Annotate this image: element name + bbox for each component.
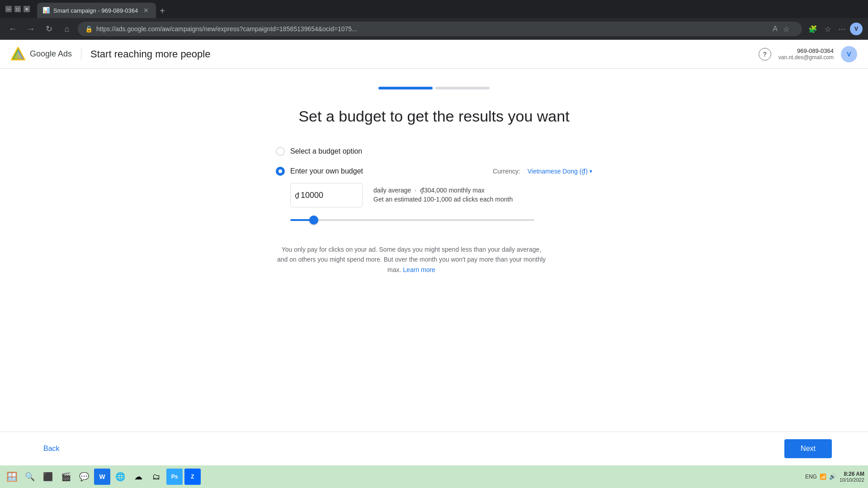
budget-options: Select a budget option Enter your own bu… <box>276 147 592 275</box>
taskbar-chat-icon[interactable]: 💬 <box>76 469 92 485</box>
currency-dropdown-icon[interactable]: ▾ <box>590 168 592 174</box>
budget-info: daily average · ₫304,000 monthly max Get… <box>373 183 513 205</box>
new-tab-button[interactable]: + <box>156 4 169 18</box>
browser-toolbar-icons: 🧩 ☆ ⋯ V <box>806 23 863 35</box>
radio-label-1: Select a budget option <box>290 147 362 155</box>
back-nav-button[interactable]: ← <box>5 22 20 36</box>
taskbar-date: 10/10/2022 <box>840 477 864 483</box>
reader-mode-button[interactable]: A <box>771 23 779 35</box>
taskbar-video-icon[interactable]: 🎬 <box>58 469 74 485</box>
taskbar-skype-icon[interactable]: ☁ <box>130 469 146 485</box>
progress-segment-2 <box>435 87 490 89</box>
help-button[interactable]: ? <box>759 48 771 61</box>
budget-input-wrapper: ₫ <box>290 183 363 207</box>
google-ads-logo-icon <box>11 47 25 61</box>
enter-budget-row: Enter your own budget Currency: Vietname… <box>276 167 592 176</box>
extensions-button[interactable]: 🧩 <box>806 23 820 35</box>
header-title: Start reaching more people <box>90 48 210 60</box>
start-button[interactable]: 🪟 <box>4 469 20 485</box>
taskbar-file-explorer[interactable]: ⬛ <box>40 469 56 485</box>
header-right: ? 969-089-0364 van.nt.des@gmail.com V <box>759 46 857 62</box>
daily-average-label: daily average <box>373 187 411 194</box>
taskbar-folder-icon[interactable]: 🗂 <box>148 469 165 485</box>
tab-favicon: 📊 <box>42 7 50 14</box>
forward-nav-button[interactable]: → <box>24 22 38 36</box>
page-heading: Set a budget to get the results you want <box>298 108 569 125</box>
budget-input[interactable] <box>290 183 363 207</box>
taskbar-system-icons: ENG 📶 🔊 <box>805 474 836 480</box>
tab-title: Smart campaign - 969-089-0364 <box>53 7 138 14</box>
tab-close-button[interactable]: ✕ <box>142 6 151 15</box>
learn-more-link[interactable]: Learn more <box>403 266 435 273</box>
app-header: Google Ads Start reaching more people ? … <box>0 40 868 69</box>
maximize-button[interactable]: □ <box>14 6 21 12</box>
radio-option-2[interactable]: Enter your own budget <box>276 167 363 176</box>
back-button[interactable]: Back <box>36 441 67 456</box>
progress-bar <box>378 87 490 89</box>
clicks-estimate-line: Get an estimated 100-1,000 ad clicks eac… <box>373 196 513 203</box>
info-text: You only pay for clicks on your ad. Some… <box>276 244 547 275</box>
favorites-button[interactable]: ☆ <box>822 23 834 35</box>
browser-profile-avatar[interactable]: V <box>850 23 863 35</box>
taskbar-lang: ENG <box>805 474 817 480</box>
taskbar-clock: 8:26 AM 10/10/2022 <box>840 471 864 483</box>
window-controls[interactable]: ─ □ ✕ <box>5 6 30 12</box>
settings-button[interactable]: ⋯ <box>835 23 848 35</box>
slider-container <box>290 215 534 223</box>
taskbar-volume-icon: 🔊 <box>829 474 836 480</box>
bookmark-button[interactable]: ☆ <box>781 23 791 35</box>
radio-enter-budget[interactable] <box>276 167 285 176</box>
taskbar-word-icon[interactable]: W <box>94 469 110 485</box>
footer: Back Next <box>0 432 868 465</box>
budget-slider[interactable] <box>290 219 534 221</box>
next-button[interactable]: Next <box>784 439 832 458</box>
active-tab[interactable]: 📊 Smart campaign - 969-089-0364 ✕ <box>37 3 156 18</box>
taskbar-wifi-icon: 📶 <box>820 474 826 480</box>
account-id: 969-089-0364 <box>778 47 834 54</box>
dot-separator: · <box>415 187 416 194</box>
taskbar-right: ENG 📶 🔊 8:26 AM 10/10/2022 <box>805 471 864 483</box>
tab-bar: 📊 Smart campaign - 969-089-0364 ✕ + <box>37 0 169 18</box>
account-info: 969-089-0364 van.nt.des@gmail.com <box>778 47 834 61</box>
taskbar-edge-icon[interactable]: 🌐 <box>112 469 128 485</box>
logo-text: Google Ads <box>30 49 72 59</box>
progress-segment-1 <box>378 87 433 89</box>
address-bar[interactable]: 🔒 https://ads.google.com/aw/campaigns/ne… <box>78 22 802 36</box>
radio-label-2: Enter your own budget <box>290 167 363 175</box>
google-ads-logo: Google Ads <box>11 47 72 61</box>
taskbar-time: 8:26 AM <box>840 471 864 477</box>
reload-button[interactable]: ↻ <box>42 22 56 36</box>
address-bar-row: ← → ↻ ⌂ 🔒 https://ads.google.com/aw/camp… <box>0 18 868 40</box>
browser-chrome: ─ □ ✕ 📊 Smart campaign - 969-089-0364 ✕ … <box>0 0 868 18</box>
taskbar-search-button[interactable]: 🔍 <box>22 469 38 485</box>
header-divider <box>81 48 81 61</box>
account-avatar[interactable]: V <box>841 46 857 62</box>
monthly-max: ₫304,000 monthly max <box>420 187 485 194</box>
minimize-button[interactable]: ─ <box>5 6 12 12</box>
daily-average-line: daily average · ₫304,000 monthly max <box>373 187 513 194</box>
radio-option-1[interactable]: Select a budget option <box>276 147 592 156</box>
currency-value: Vietnamese Dong (₫) <box>528 168 588 175</box>
address-icons: A ☆ <box>771 23 795 35</box>
budget-input-area: ₫ daily average · ₫304,000 monthly max G… <box>290 183 592 207</box>
taskbar-photoshop-icon[interactable]: Ps <box>166 469 183 485</box>
currency-label: Currency: <box>493 168 520 175</box>
account-email: van.nt.des@gmail.com <box>778 54 834 61</box>
url-text: https://ads.google.com/aw/campaigns/new/… <box>96 25 767 33</box>
home-button[interactable]: ⌂ <box>60 22 74 36</box>
currency-symbol-prefix: ₫ <box>295 191 299 200</box>
taskbar: 🪟 🔍 ⬛ 🎬 💬 W 🌐 ☁ 🗂 Ps Z ENG 📶 🔊 8:26 AM 1… <box>0 465 868 488</box>
radio-select-budget[interactable] <box>276 147 285 156</box>
taskbar-zalo-icon[interactable]: Z <box>184 469 201 485</box>
main-content: Set a budget to get the results you want… <box>0 69 868 275</box>
currency-selector[interactable]: Vietnamese Dong (₫) ▾ <box>528 168 592 175</box>
close-button[interactable]: ✕ <box>24 6 30 12</box>
